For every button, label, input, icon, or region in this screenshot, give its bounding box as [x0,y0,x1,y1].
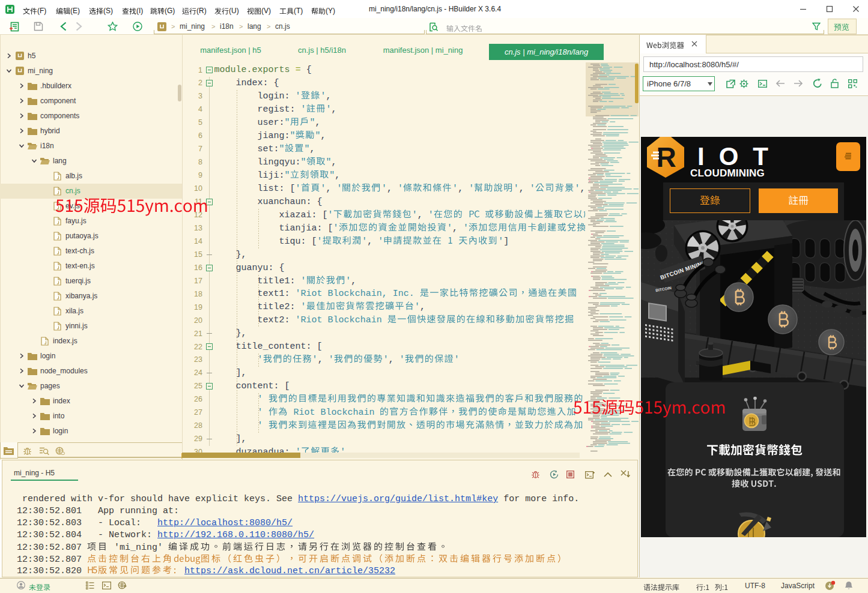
svg-text:R: R [656,142,676,173]
